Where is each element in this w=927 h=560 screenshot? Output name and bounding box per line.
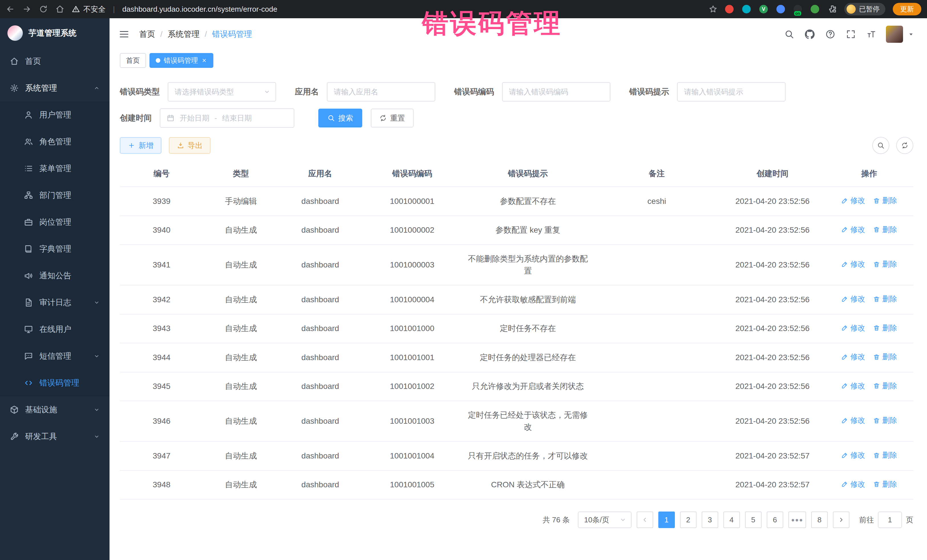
error-code-input[interactable]: [502, 82, 610, 102]
green-extension-icon[interactable]: [811, 5, 819, 14]
sidebar-item-online-user[interactable]: 在线用户: [0, 316, 109, 343]
delete-link[interactable]: 删除: [873, 380, 897, 392]
pager-next-button[interactable]: [833, 511, 849, 528]
caret-down-icon[interactable]: [907, 31, 915, 38]
search-icon[interactable]: [784, 29, 794, 39]
tab-error-code[interactable]: 错误码管理: [149, 53, 213, 68]
edit-link[interactable]: 修改: [841, 224, 865, 235]
browser-chrome: 不安全 | dashboard.yudao.iocoder.cn/system/…: [0, 0, 927, 18]
green-v-extension-icon[interactable]: V: [759, 5, 768, 14]
pager-page-6[interactable]: 6: [767, 511, 783, 528]
error-code-type-select[interactable]: 请选择错误码类型: [168, 82, 276, 102]
bookmark-star-icon[interactable]: [708, 5, 718, 14]
edit-link[interactable]: 修改: [841, 351, 865, 363]
pager-page-3[interactable]: 3: [702, 511, 718, 528]
sidebar-item-system[interactable]: 系统管理: [0, 75, 109, 102]
browser-home-icon[interactable]: [55, 5, 64, 14]
refresh-icon: [379, 114, 387, 122]
reset-button[interactable]: 重置: [371, 109, 413, 127]
breadcrumb-system[interactable]: 系统管理: [168, 29, 200, 39]
font-size-icon[interactable]: [866, 29, 876, 39]
sidebar-item-error-code[interactable]: 错误码管理: [0, 370, 109, 396]
sidebar-item-home[interactable]: 首页: [0, 48, 109, 75]
error-hint-input[interactable]: [677, 82, 786, 102]
wrench-icon: [10, 432, 19, 441]
pager-page-4[interactable]: 4: [723, 511, 740, 528]
hamburger-icon[interactable]: [119, 29, 129, 39]
browser-forward-icon[interactable]: [22, 5, 31, 14]
sidebar-item-post[interactable]: 岗位管理: [0, 209, 109, 235]
cell-memo: ceshi: [594, 187, 720, 216]
delete-link[interactable]: 删除: [873, 415, 897, 426]
fullscreen-icon[interactable]: [846, 29, 856, 39]
sidebar-item-dept[interactable]: 部门管理: [0, 182, 109, 209]
sidebar-item-role[interactable]: 角色管理: [0, 128, 109, 155]
edit-link[interactable]: 修改: [841, 259, 865, 270]
sidebar-item-menu[interactable]: 菜单管理: [0, 155, 109, 182]
app-name-input[interactable]: [327, 82, 435, 102]
delete-link[interactable]: 删除: [873, 322, 897, 334]
pager-prev-button[interactable]: [637, 511, 653, 528]
delete-link[interactable]: 删除: [873, 259, 897, 270]
sidebar-item-sms[interactable]: 短信管理: [0, 343, 109, 370]
browser-back-icon[interactable]: [6, 5, 15, 14]
edit-link[interactable]: 修改: [841, 293, 865, 305]
sidebar-item-infra[interactable]: 基础设施: [0, 396, 109, 423]
delete-link[interactable]: 删除: [873, 450, 897, 461]
tab-home[interactable]: 首页: [120, 53, 146, 68]
delete-link[interactable]: 删除: [873, 479, 897, 490]
toggle-search-button[interactable]: [872, 137, 889, 154]
edit-icon: [841, 197, 848, 204]
dark-on-extension-icon[interactable]: on: [793, 5, 802, 14]
pager-page-5[interactable]: 5: [745, 511, 761, 528]
sidebar-item-user[interactable]: 用户管理: [0, 102, 109, 128]
cell-id: 3945: [120, 372, 204, 401]
cell-code: 1001000004: [362, 285, 462, 314]
extensions-puzzle-icon[interactable]: [828, 5, 837, 14]
goto-page-input[interactable]: [878, 511, 902, 528]
security-indicator[interactable]: 不安全: [72, 4, 106, 14]
browser-update-button[interactable]: 更新: [893, 3, 921, 15]
cell-message: 定时任务已经处于该状态，无需修改: [462, 401, 594, 442]
add-button[interactable]: 新增: [120, 137, 161, 154]
refresh-table-button[interactable]: [896, 137, 913, 154]
cell-time: 2021-04-20 23:52:56: [720, 216, 825, 245]
page-size-select[interactable]: 10条/页: [578, 511, 632, 528]
edit-link[interactable]: 修改: [841, 415, 865, 426]
browser-reload-icon[interactable]: [39, 5, 48, 14]
edit-link[interactable]: 修改: [841, 450, 865, 461]
sidebar-logo[interactable]: 芋道管理系统: [0, 18, 109, 48]
user-avatar[interactable]: [886, 26, 903, 43]
edit-link[interactable]: 修改: [841, 195, 865, 206]
edit-link[interactable]: 修改: [841, 479, 865, 490]
teal-extension-icon[interactable]: [742, 5, 751, 14]
red-extension-icon[interactable]: [725, 5, 734, 14]
sidebar-item-dict[interactable]: 字典管理: [0, 235, 109, 262]
blue-extension-icon[interactable]: [777, 5, 785, 14]
pager-page-1[interactable]: 1: [658, 511, 675, 528]
delete-link[interactable]: 删除: [873, 224, 897, 235]
edit-link[interactable]: 修改: [841, 380, 865, 392]
sidebar-item-label: 通知公告: [40, 270, 71, 281]
breadcrumb-home[interactable]: 首页: [139, 29, 155, 39]
delete-link[interactable]: 删除: [873, 351, 897, 363]
pager-page-2[interactable]: 2: [680, 511, 696, 528]
pager-page-8[interactable]: 8: [811, 511, 828, 528]
search-button[interactable]: 搜索: [318, 109, 362, 127]
delete-link[interactable]: 删除: [873, 293, 897, 305]
export-button[interactable]: 导出: [169, 137, 211, 154]
cell-actions: 修改删除: [825, 372, 913, 401]
delete-link[interactable]: 删除: [873, 195, 897, 206]
pager-more[interactable]: ●●●: [789, 511, 806, 528]
add-button-label: 新增: [138, 141, 153, 150]
paused-badge[interactable]: 已暂停: [844, 3, 885, 15]
sidebar-item-devtool[interactable]: 研发工具: [0, 423, 109, 450]
create-time-range-picker[interactable]: 开始日期 - 结束日期: [160, 108, 294, 128]
sidebar-item-audit-log[interactable]: 审计日志: [0, 289, 109, 316]
address-bar-url[interactable]: dashboard.yudao.iocoder.cn/system/error-…: [122, 5, 277, 14]
close-icon[interactable]: [201, 58, 207, 63]
question-icon[interactable]: [825, 29, 835, 39]
github-icon[interactable]: [805, 29, 815, 39]
sidebar-item-notice[interactable]: 通知公告: [0, 262, 109, 289]
edit-link[interactable]: 修改: [841, 322, 865, 334]
